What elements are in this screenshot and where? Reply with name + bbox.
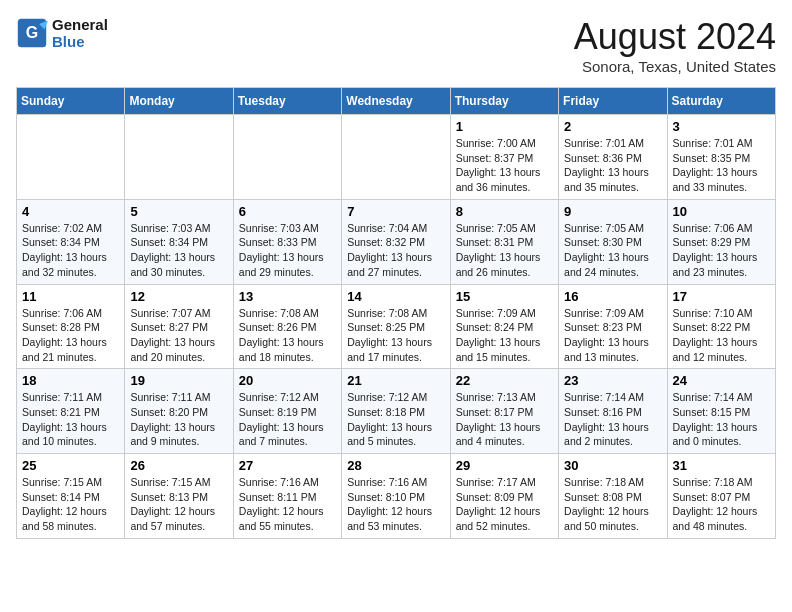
day-info: Sunrise: 7:15 AM Sunset: 8:14 PM Dayligh…: [22, 475, 119, 534]
day-info: Sunrise: 7:08 AM Sunset: 8:26 PM Dayligh…: [239, 306, 336, 365]
calendar-table: SundayMondayTuesdayWednesdayThursdayFrid…: [16, 87, 776, 539]
calendar-cell: 16Sunrise: 7:09 AM Sunset: 8:23 PM Dayli…: [559, 284, 667, 369]
calendar-cell: 29Sunrise: 7:17 AM Sunset: 8:09 PM Dayli…: [450, 454, 558, 539]
weekday-header-monday: Monday: [125, 88, 233, 115]
day-number: 5: [130, 204, 227, 219]
logo-icon: G: [16, 17, 48, 49]
day-info: Sunrise: 7:06 AM Sunset: 8:29 PM Dayligh…: [673, 221, 770, 280]
day-number: 30: [564, 458, 661, 473]
day-info: Sunrise: 7:14 AM Sunset: 8:15 PM Dayligh…: [673, 390, 770, 449]
calendar-cell: 31Sunrise: 7:18 AM Sunset: 8:07 PM Dayli…: [667, 454, 775, 539]
day-number: 6: [239, 204, 336, 219]
calendar-cell: 22Sunrise: 7:13 AM Sunset: 8:17 PM Dayli…: [450, 369, 558, 454]
page-header: G General Blue August 2024 Sonora, Texas…: [16, 16, 776, 75]
calendar-cell: 12Sunrise: 7:07 AM Sunset: 8:27 PM Dayli…: [125, 284, 233, 369]
calendar-week-row: 11Sunrise: 7:06 AM Sunset: 8:28 PM Dayli…: [17, 284, 776, 369]
weekday-header-sunday: Sunday: [17, 88, 125, 115]
day-info: Sunrise: 7:06 AM Sunset: 8:28 PM Dayligh…: [22, 306, 119, 365]
day-info: Sunrise: 7:15 AM Sunset: 8:13 PM Dayligh…: [130, 475, 227, 534]
calendar-subtitle: Sonora, Texas, United States: [574, 58, 776, 75]
calendar-cell: 27Sunrise: 7:16 AM Sunset: 8:11 PM Dayli…: [233, 454, 341, 539]
day-number: 20: [239, 373, 336, 388]
day-number: 17: [673, 289, 770, 304]
day-info: Sunrise: 7:16 AM Sunset: 8:10 PM Dayligh…: [347, 475, 444, 534]
calendar-cell: [125, 115, 233, 200]
calendar-cell: [17, 115, 125, 200]
day-info: Sunrise: 7:18 AM Sunset: 8:07 PM Dayligh…: [673, 475, 770, 534]
calendar-cell: 28Sunrise: 7:16 AM Sunset: 8:10 PM Dayli…: [342, 454, 450, 539]
calendar-week-row: 18Sunrise: 7:11 AM Sunset: 8:21 PM Dayli…: [17, 369, 776, 454]
weekday-header-saturday: Saturday: [667, 88, 775, 115]
day-number: 19: [130, 373, 227, 388]
day-info: Sunrise: 7:12 AM Sunset: 8:19 PM Dayligh…: [239, 390, 336, 449]
day-number: 1: [456, 119, 553, 134]
weekday-header-thursday: Thursday: [450, 88, 558, 115]
day-number: 23: [564, 373, 661, 388]
day-info: Sunrise: 7:13 AM Sunset: 8:17 PM Dayligh…: [456, 390, 553, 449]
day-number: 25: [22, 458, 119, 473]
calendar-cell: 14Sunrise: 7:08 AM Sunset: 8:25 PM Dayli…: [342, 284, 450, 369]
day-info: Sunrise: 7:03 AM Sunset: 8:33 PM Dayligh…: [239, 221, 336, 280]
calendar-cell: 9Sunrise: 7:05 AM Sunset: 8:30 PM Daylig…: [559, 199, 667, 284]
calendar-cell: [233, 115, 341, 200]
calendar-header-row: SundayMondayTuesdayWednesdayThursdayFrid…: [17, 88, 776, 115]
day-number: 26: [130, 458, 227, 473]
day-info: Sunrise: 7:04 AM Sunset: 8:32 PM Dayligh…: [347, 221, 444, 280]
day-number: 12: [130, 289, 227, 304]
day-info: Sunrise: 7:01 AM Sunset: 8:35 PM Dayligh…: [673, 136, 770, 195]
calendar-cell: 3Sunrise: 7:01 AM Sunset: 8:35 PM Daylig…: [667, 115, 775, 200]
calendar-cell: 19Sunrise: 7:11 AM Sunset: 8:20 PM Dayli…: [125, 369, 233, 454]
day-number: 27: [239, 458, 336, 473]
calendar-week-row: 1Sunrise: 7:00 AM Sunset: 8:37 PM Daylig…: [17, 115, 776, 200]
calendar-cell: 8Sunrise: 7:05 AM Sunset: 8:31 PM Daylig…: [450, 199, 558, 284]
calendar-cell: 6Sunrise: 7:03 AM Sunset: 8:33 PM Daylig…: [233, 199, 341, 284]
day-info: Sunrise: 7:10 AM Sunset: 8:22 PM Dayligh…: [673, 306, 770, 365]
calendar-cell: 25Sunrise: 7:15 AM Sunset: 8:14 PM Dayli…: [17, 454, 125, 539]
day-info: Sunrise: 7:08 AM Sunset: 8:25 PM Dayligh…: [347, 306, 444, 365]
day-info: Sunrise: 7:05 AM Sunset: 8:31 PM Dayligh…: [456, 221, 553, 280]
day-number: 29: [456, 458, 553, 473]
day-info: Sunrise: 7:09 AM Sunset: 8:24 PM Dayligh…: [456, 306, 553, 365]
logo: G General Blue: [16, 16, 108, 50]
calendar-cell: 10Sunrise: 7:06 AM Sunset: 8:29 PM Dayli…: [667, 199, 775, 284]
day-number: 9: [564, 204, 661, 219]
calendar-cell: 4Sunrise: 7:02 AM Sunset: 8:34 PM Daylig…: [17, 199, 125, 284]
calendar-cell: 1Sunrise: 7:00 AM Sunset: 8:37 PM Daylig…: [450, 115, 558, 200]
calendar-cell: 20Sunrise: 7:12 AM Sunset: 8:19 PM Dayli…: [233, 369, 341, 454]
calendar-cell: 17Sunrise: 7:10 AM Sunset: 8:22 PM Dayli…: [667, 284, 775, 369]
day-number: 7: [347, 204, 444, 219]
day-info: Sunrise: 7:14 AM Sunset: 8:16 PM Dayligh…: [564, 390, 661, 449]
day-info: Sunrise: 7:11 AM Sunset: 8:21 PM Dayligh…: [22, 390, 119, 449]
day-info: Sunrise: 7:07 AM Sunset: 8:27 PM Dayligh…: [130, 306, 227, 365]
day-info: Sunrise: 7:12 AM Sunset: 8:18 PM Dayligh…: [347, 390, 444, 449]
day-info: Sunrise: 7:05 AM Sunset: 8:30 PM Dayligh…: [564, 221, 661, 280]
calendar-week-row: 25Sunrise: 7:15 AM Sunset: 8:14 PM Dayli…: [17, 454, 776, 539]
calendar-cell: 5Sunrise: 7:03 AM Sunset: 8:34 PM Daylig…: [125, 199, 233, 284]
day-number: 10: [673, 204, 770, 219]
calendar-cell: 26Sunrise: 7:15 AM Sunset: 8:13 PM Dayli…: [125, 454, 233, 539]
svg-text:G: G: [26, 24, 38, 41]
day-number: 8: [456, 204, 553, 219]
day-info: Sunrise: 7:09 AM Sunset: 8:23 PM Dayligh…: [564, 306, 661, 365]
day-number: 2: [564, 119, 661, 134]
weekday-header-wednesday: Wednesday: [342, 88, 450, 115]
day-number: 21: [347, 373, 444, 388]
calendar-cell: 13Sunrise: 7:08 AM Sunset: 8:26 PM Dayli…: [233, 284, 341, 369]
day-number: 11: [22, 289, 119, 304]
calendar-cell: 15Sunrise: 7:09 AM Sunset: 8:24 PM Dayli…: [450, 284, 558, 369]
day-number: 31: [673, 458, 770, 473]
day-number: 13: [239, 289, 336, 304]
day-number: 14: [347, 289, 444, 304]
calendar-title: August 2024: [574, 16, 776, 58]
day-number: 28: [347, 458, 444, 473]
day-info: Sunrise: 7:16 AM Sunset: 8:11 PM Dayligh…: [239, 475, 336, 534]
weekday-header-friday: Friday: [559, 88, 667, 115]
day-number: 15: [456, 289, 553, 304]
day-info: Sunrise: 7:03 AM Sunset: 8:34 PM Dayligh…: [130, 221, 227, 280]
day-number: 4: [22, 204, 119, 219]
logo-text: General Blue: [52, 16, 108, 50]
day-info: Sunrise: 7:17 AM Sunset: 8:09 PM Dayligh…: [456, 475, 553, 534]
calendar-title-block: August 2024 Sonora, Texas, United States: [574, 16, 776, 75]
day-info: Sunrise: 7:18 AM Sunset: 8:08 PM Dayligh…: [564, 475, 661, 534]
calendar-cell: 7Sunrise: 7:04 AM Sunset: 8:32 PM Daylig…: [342, 199, 450, 284]
